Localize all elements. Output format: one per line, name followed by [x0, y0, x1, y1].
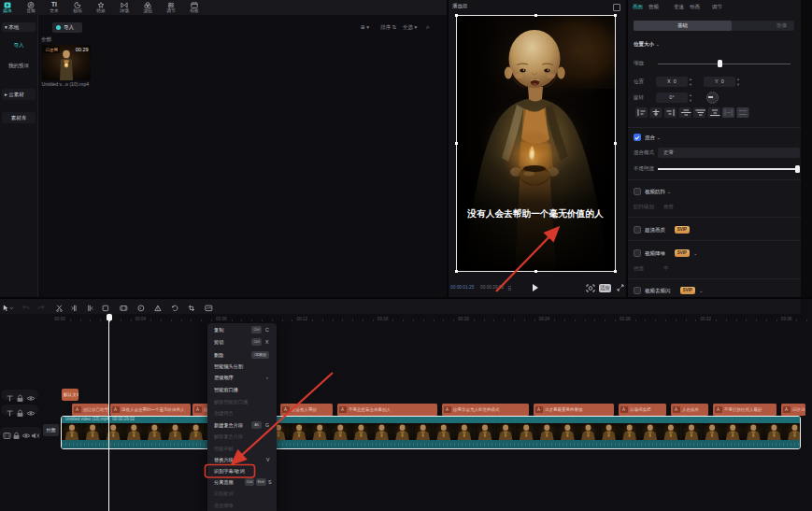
svg-text:没有人会去帮助一个毫无价值的人: 没有人会去帮助一个毫无价值的人	[466, 208, 604, 219]
